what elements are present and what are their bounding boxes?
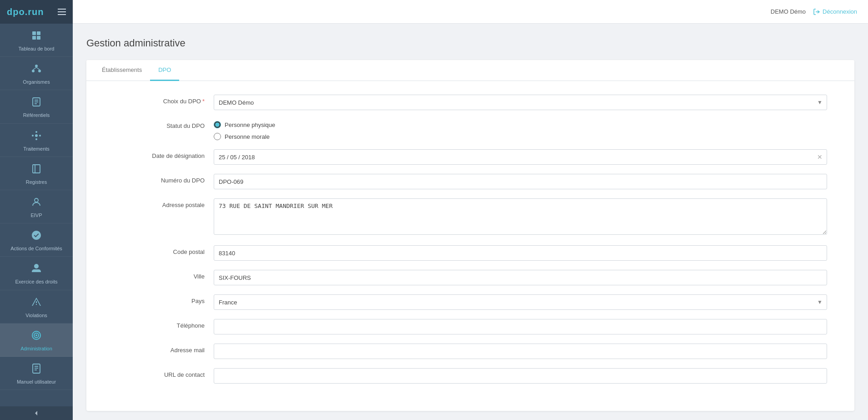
form-row-date-designation: Date de désignation ✕ xyxy=(114,149,827,165)
url-contact-input[interactable] xyxy=(214,368,827,384)
form-row-pays: Pays France Belgique Suisse Luxembourg ▼ xyxy=(114,294,827,310)
page-title: Gestion administrative xyxy=(86,37,854,49)
url-contact-control xyxy=(214,368,827,384)
ville-control xyxy=(214,270,827,285)
radio-label-personne-morale: Personne morale xyxy=(225,133,270,140)
referentiels-icon xyxy=(31,96,42,110)
sidebar-item-violations[interactable]: Violations xyxy=(0,290,73,324)
code-postal-input[interactable] xyxy=(214,245,827,261)
adresse-postale-textarea[interactable]: 73 RUE DE SAINT MANDRIER SUR MER xyxy=(214,198,827,235)
form-row-numero-dpo: Numéro du DPO xyxy=(114,174,827,189)
sidebar-item-traitements[interactable]: Traitements xyxy=(0,124,73,157)
sidebar-item-registres[interactable]: Registres xyxy=(0,157,73,190)
svg-point-4 xyxy=(35,65,38,67)
svg-point-15 xyxy=(35,138,37,140)
radio-item-personne-morale[interactable]: Personne morale xyxy=(214,133,827,140)
radio-item-personne-physique[interactable]: Personne physique xyxy=(214,121,827,128)
topbar: DEMO Démo Déconnexion xyxy=(73,0,868,24)
topbar-username: DEMO Démo xyxy=(771,8,806,15)
tab-bar: Établissements DPO xyxy=(86,60,854,81)
sidebar-item-exercice-droits[interactable]: Exercice des droits xyxy=(0,257,73,290)
numero-dpo-input[interactable] xyxy=(214,174,827,189)
topbar-user-area: DEMO Démo Déconnexion xyxy=(771,8,857,15)
dashboard-icon xyxy=(31,30,42,44)
manuel-icon xyxy=(31,363,42,377)
sidebar-item-label-eivp: EIVP xyxy=(30,213,42,218)
svg-point-13 xyxy=(35,134,38,137)
sidebar-item-label-traitements: Traitements xyxy=(23,146,50,152)
tab-dpo[interactable]: DPO xyxy=(150,60,179,81)
telephone-control xyxy=(214,319,827,334)
form-row-choix-dpo: Choix du DPO* DEMO Démo ▼ xyxy=(114,95,827,110)
svg-point-17 xyxy=(39,135,41,137)
sidebar-item-tableau-de-bord[interactable]: Tableau de bord xyxy=(0,24,73,57)
statut-dpo-label: Statut du DPO xyxy=(114,119,214,129)
form-row-statut-dpo: Statut du DPO Personne physique Personne… xyxy=(114,119,827,140)
sidebar: dpo.run Tableau de bord Organismes Référ… xyxy=(0,0,73,420)
ville-input[interactable] xyxy=(214,270,827,285)
svg-point-6 xyxy=(38,70,41,72)
sidebar-item-label-tableau-de-bord: Tableau de bord xyxy=(19,46,55,52)
sidebar-item-administration[interactable]: Administration xyxy=(0,324,73,357)
pays-select[interactable]: France Belgique Suisse Luxembourg xyxy=(214,294,827,310)
adresse-postale-control: 73 RUE DE SAINT MANDRIER SUR MER xyxy=(214,198,827,236)
registres-icon xyxy=(31,163,42,177)
date-designation-input[interactable] xyxy=(214,149,827,165)
topbar-logout-label: Déconnexion xyxy=(823,8,857,15)
logo-text: dpo.run xyxy=(7,7,44,17)
statut-dpo-control: Personne physique Personne morale xyxy=(214,119,827,140)
choix-dpo-select-wrap: DEMO Démo ▼ xyxy=(214,95,827,110)
numero-dpo-control xyxy=(214,174,827,189)
sidebar-item-label-violations: Violations xyxy=(25,313,47,319)
sidebar-logo: dpo.run xyxy=(0,0,73,24)
url-contact-label: URL de contact xyxy=(114,368,214,378)
pays-select-wrap: France Belgique Suisse Luxembourg ▼ xyxy=(214,294,827,310)
sidebar-item-label-manuel-utilisateur: Manuel utilisateur xyxy=(17,379,56,385)
sidebar-item-eivp[interactable]: EIVP xyxy=(0,190,73,223)
form-row-ville: Ville xyxy=(114,270,827,285)
radio-personne-physique[interactable] xyxy=(214,121,221,128)
svg-point-18 xyxy=(35,198,38,202)
code-postal-label: Code postal xyxy=(114,245,214,255)
svg-rect-1 xyxy=(37,31,40,35)
ville-label: Ville xyxy=(114,270,214,280)
sidebar-item-manuel-utilisateur[interactable]: Manuel utilisateur xyxy=(0,357,73,390)
sidebar-item-label-exercice-droits: Exercice des droits xyxy=(15,279,58,285)
telephone-label: Téléphone xyxy=(114,319,214,329)
date-clear-icon[interactable]: ✕ xyxy=(817,153,823,161)
adresse-postale-label: Adresse postale xyxy=(114,198,214,208)
svg-point-14 xyxy=(35,131,37,133)
sidebar-item-referentiels[interactable]: Référentiels xyxy=(0,90,73,123)
svg-point-16 xyxy=(32,135,34,137)
adresse-mail-control xyxy=(214,344,827,359)
traitements-icon xyxy=(31,130,42,144)
date-designation-label: Date de désignation xyxy=(114,149,214,159)
numero-dpo-label: Numéro du DPO xyxy=(114,174,214,184)
administration-icon xyxy=(31,330,42,344)
svg-rect-3 xyxy=(37,36,40,40)
radio-personne-morale[interactable] xyxy=(214,133,221,140)
form-row-code-postal: Code postal xyxy=(114,245,827,261)
droits-icon xyxy=(31,263,42,277)
sidebar-item-label-actions-conformites: Actions de Conformités xyxy=(10,246,62,252)
organismes-icon xyxy=(31,63,42,77)
sidebar-item-actions-conformites[interactable]: Actions de Conformités xyxy=(0,223,73,257)
adresse-mail-input[interactable] xyxy=(214,344,827,359)
choix-dpo-label: Choix du DPO* xyxy=(114,95,214,105)
form-row-telephone: Téléphone xyxy=(114,319,827,334)
date-designation-wrap: ✕ xyxy=(214,149,827,165)
topbar-logout-button[interactable]: Déconnexion xyxy=(813,8,857,15)
violations-icon xyxy=(31,297,42,310)
hamburger-menu-icon[interactable] xyxy=(58,9,66,15)
page-content: Gestion administrative Établissements DP… xyxy=(73,24,868,420)
svg-line-8 xyxy=(36,67,40,70)
main-content: DEMO Démo Déconnexion Gestion administra… xyxy=(73,0,868,420)
eivp-icon xyxy=(31,197,42,210)
telephone-input[interactable] xyxy=(214,319,827,334)
conformites-icon xyxy=(31,230,42,243)
sidebar-collapse-button[interactable] xyxy=(0,406,73,420)
choix-dpo-select[interactable]: DEMO Démo xyxy=(214,95,827,110)
sidebar-item-organismes[interactable]: Organismes xyxy=(0,57,73,90)
adresse-mail-label: Adresse mail xyxy=(114,344,214,354)
tab-etablissements[interactable]: Établissements xyxy=(94,60,150,81)
